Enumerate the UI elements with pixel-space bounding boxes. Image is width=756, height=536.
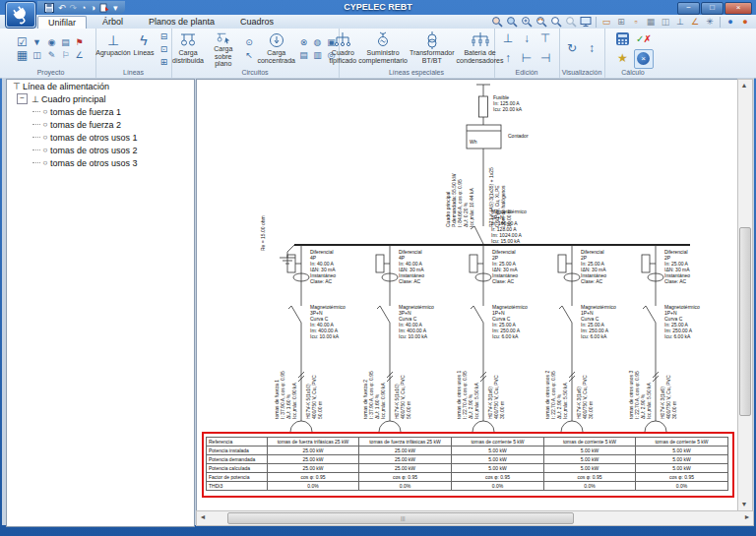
lineas-button[interactable]: ϟ Líneas: [132, 30, 156, 68]
figure-icon[interactable]: ✳: [703, 16, 717, 28]
edit-move-down-icon[interactable]: ↓: [518, 30, 536, 47]
close-button[interactable]: ×: [724, 2, 752, 15]
flag-icon[interactable]: ⚑: [73, 36, 86, 48]
cancel-calculation-button[interactable]: ×: [634, 49, 654, 69]
tree-item-tomas-de-fuerza-2[interactable]: ○ tomas de fuerza 2: [7, 118, 194, 131]
tree-item-linea-alimentacion[interactable]: ⊤ Línea de alimentación: [7, 80, 194, 92]
layers-icon[interactable]: ▤: [59, 36, 72, 48]
row-header: Potencia instalada: [207, 447, 268, 455]
ribbon-group-proyecto: ☑ ▦ ▼ ◫ ◉ ▤ ⚑ ✎ ⚐ ∠ Proyecto: [6, 29, 96, 78]
collapse-expander-icon[interactable]: −: [17, 93, 28, 104]
zoom-region-icon[interactable]: [490, 16, 504, 28]
edit-right-icon[interactable]: ⊣: [536, 50, 554, 67]
scroll-up-arrow[interactable]: ▲: [738, 80, 750, 91]
carga-sobre-plano-button[interactable]: Carga sobre plano: [206, 30, 240, 68]
help-icon[interactable]: ●: [738, 16, 752, 28]
circuit-mini2-icon[interactable]: ↖: [242, 49, 255, 61]
tree-item-tomas-de-otros-usos-1[interactable]: ○ tomas de otros usos 1: [7, 131, 194, 144]
main-breaker-label: Magnetotérmico 3P+N In: 160.00 A Ir: 128…: [491, 208, 527, 244]
line-option2-icon[interactable]: ⊡: [158, 43, 170, 55]
cell: 0.0%: [268, 482, 359, 491]
table-row: Potencia demandada 25.00 kW 25.00 kW 5.0…: [207, 455, 728, 464]
check-results-icon[interactable]: ✓✗: [636, 33, 651, 44]
ortho-icon[interactable]: ⊥: [673, 16, 687, 28]
update-tree-icon[interactable]: ↕: [583, 40, 600, 57]
carga-concentrada-button[interactable]: Carga concentrada: [257, 30, 295, 68]
circuit-mini1-icon[interactable]: ⊙: [242, 36, 255, 48]
zoom-world-icon[interactable]: [505, 16, 519, 28]
fusible-label: Fusible In: 125.00 A Icu: 20.00 kA: [493, 94, 522, 112]
minimize-button[interactable]: −: [677, 2, 700, 15]
save-icon[interactable]: [44, 3, 54, 13]
web-icon[interactable]: ●: [724, 16, 737, 28]
qat-dropdown-icon[interactable]: ▾: [113, 2, 118, 14]
scroll-down-arrow[interactable]: ▼: [738, 499, 750, 510]
bateria-condensadores-icon: [471, 31, 490, 49]
slope-icon[interactable]: ∠: [73, 49, 86, 61]
table-row: Potencia instalada 25.00 kW 25.00 kW 5.0…: [207, 447, 728, 455]
pencil-icon[interactable]: ✎: [45, 49, 58, 61]
print-icon[interactable]: ◔: [81, 2, 86, 14]
transformador-button[interactable]: Transformador BT/BT: [410, 30, 455, 68]
filter-icon[interactable]: ▼: [31, 36, 43, 48]
tree-item-tomas-de-otros-usos-2[interactable]: ○ tomas de otros usos 2: [7, 144, 194, 156]
line-option3-icon[interactable]: ⊞: [158, 56, 170, 68]
window-icon[interactable]: ◫: [659, 16, 672, 28]
circuit-mini4-icon[interactable]: ◍: [311, 36, 324, 48]
cabinet-icon[interactable]: ◫: [31, 49, 43, 61]
edit-top-icon[interactable]: ⊤: [536, 30, 554, 47]
tree-connector: [32, 124, 40, 125]
tree-item-tomas-de-otros-usos-3[interactable]: ○ tomas de otros usos 3: [7, 156, 194, 169]
maximize-button[interactable]: □: [701, 2, 724, 15]
branch1-breaker-label: Magnetotérmico 3P+N Curva C In: 40.00 A …: [310, 304, 346, 339]
scroll-left-arrow[interactable]: ◄: [197, 511, 209, 523]
app-menu-button[interactable]: [6, 2, 35, 28]
ribbon-group-edicion: ⊥ ↓ ⊤ ↑ ⊢ ⊣ Edición: [494, 29, 560, 78]
toolbar-separator: [720, 17, 721, 28]
zoom-orbit-icon[interactable]: [535, 16, 548, 28]
calculator-icon[interactable]: [615, 31, 630, 46]
print-preview-icon[interactable]: ◑: [91, 2, 95, 14]
project-check-icon[interactable]: ☑: [16, 36, 29, 48]
vertical-scroll-thumb[interactable]: [739, 227, 751, 416]
scroll-right-arrow[interactable]: ►: [741, 511, 753, 523]
horizontal-scrollbar[interactable]: ◄ ||| ►: [196, 510, 754, 526]
dimension-icon[interactable]: ∠: [688, 16, 702, 28]
tree-item-tomas-de-fuerza-1[interactable]: ○ tomas de fuerza 1: [7, 105, 194, 118]
zoom-previous-icon[interactable]: [564, 16, 578, 28]
project-calc-icon[interactable]: ▦: [16, 49, 29, 61]
edit-insert-icon[interactable]: ⊥: [499, 30, 517, 47]
circuit-mini7-icon[interactable]: ▥: [311, 49, 324, 61]
wizard-wand-icon[interactable]: ★: [614, 50, 632, 67]
redraw-screen-icon[interactable]: [579, 16, 593, 28]
group-label-calculo: Cálculo: [604, 68, 662, 78]
edit-left-icon[interactable]: ⊢: [518, 50, 536, 67]
agrupacion-button[interactable]: ⊥ Agrupación: [96, 30, 130, 68]
circuit-mini3-icon[interactable]: ⊗: [297, 36, 310, 48]
single-line-diagram-canvas[interactable]: Fusible In: 125.00 A Icu: 20.00 kA Wh Co…: [196, 79, 738, 511]
cell: 5.00 kW: [452, 447, 544, 455]
suministro-complementario-button[interactable]: Suministro complementario: [358, 30, 408, 68]
cuadro-tipificado-button[interactable]: Cuadro tipificado: [330, 30, 357, 68]
vertical-scrollbar[interactable]: ▲ ▼: [737, 79, 753, 511]
line-option1-icon[interactable]: ⊟: [158, 30, 170, 42]
export-icon[interactable]: [99, 3, 109, 13]
horizontal-scroll-thumb[interactable]: |||: [227, 512, 574, 524]
frame-icon[interactable]: ▭: [599, 16, 613, 28]
edit-move-up-icon[interactable]: ↑: [499, 50, 517, 67]
target-icon[interactable]: ◉: [45, 36, 58, 48]
zoom-search-icon[interactable]: [549, 16, 563, 28]
tree-item-cuadro-principal[interactable]: − ⊥ Cuadro principal: [7, 92, 194, 105]
circuit-mini6-icon[interactable]: ▤: [297, 49, 310, 61]
background-image-icon[interactable]: ▦: [644, 16, 658, 28]
refresh-view-icon[interactable]: ↻: [563, 40, 581, 57]
carga-distribuida-button[interactable]: Carga distribuida: [172, 30, 204, 68]
flag-outline-icon[interactable]: ⚐: [59, 49, 72, 61]
cell: tomas de corriente 5 kW: [452, 438, 544, 447]
grid-icon[interactable]: ⊞: [614, 16, 628, 28]
zoom-in-icon[interactable]: [520, 16, 534, 28]
redo-icon[interactable]: ↷: [70, 2, 78, 14]
undo-icon[interactable]: ↶: [58, 2, 66, 14]
ribbon-group-lineas: ⊥ Agrupación ϟ Líneas ⊟ ⊡ ⊞ Líneas: [95, 29, 172, 78]
snap-icon[interactable]: ▫: [629, 16, 643, 28]
